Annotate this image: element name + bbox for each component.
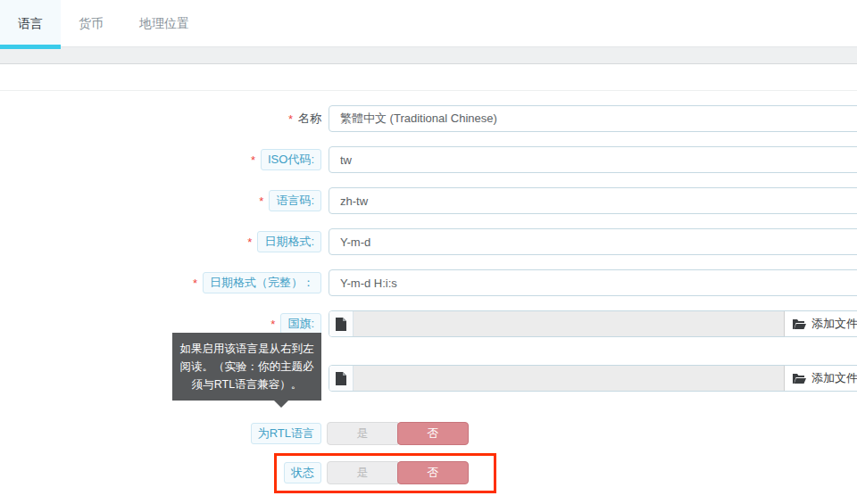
no-picture-file-input: 添加文件 — [329, 365, 857, 392]
name-label: 名称 — [298, 111, 321, 127]
flag-add-file-label: 添加文件 — [811, 316, 857, 332]
iso-code-input[interactable] — [329, 146, 857, 173]
active-tab-indicator — [0, 45, 61, 49]
form-row-iso-code: * ISO代码: — [0, 146, 857, 173]
tab-bar: 语言 货币 地理位置 — [0, 0, 857, 47]
is-rtl-yes-option[interactable]: 是 — [327, 422, 398, 445]
tab-currencies[interactable]: 货币 — [61, 0, 121, 46]
date-format-full-input[interactable] — [329, 269, 857, 296]
form-row-flag: * 国旗: 添加文件 — [0, 310, 857, 337]
status-no-option[interactable]: 否 — [397, 461, 469, 484]
rtl-tooltip: 如果启用该语言是从右到左阅读。（实验：你的主题必须与RTL语言兼容）。 — [172, 333, 321, 401]
flag-filename-area[interactable] — [354, 311, 784, 336]
no-picture-add-file-button[interactable]: 添加文件 — [784, 366, 857, 391]
tab-geolocation-label: 地理位置 — [139, 16, 189, 30]
iso-code-label[interactable]: ISO代码: — [261, 149, 321, 170]
tab-languages[interactable]: 语言 — [0, 0, 61, 46]
file-icon — [329, 311, 354, 336]
date-format-input[interactable] — [329, 228, 857, 255]
folder-open-icon — [792, 373, 806, 384]
tooltip-arrow-icon — [274, 401, 288, 408]
panel-divider — [0, 90, 857, 91]
tab-languages-label: 语言 — [18, 16, 43, 30]
form-row-date-format-full: * 日期格式（完整）： — [0, 269, 857, 296]
required-marker: * — [259, 195, 263, 207]
required-marker: * — [247, 236, 252, 248]
language-code-label-cell: * 语言码: — [0, 187, 321, 214]
form-row-no-picture: 添加文件 — [0, 365, 857, 392]
status-label-cell: 状态 — [0, 461, 321, 484]
flag-add-file-button[interactable]: 添加文件 — [784, 311, 857, 336]
status-yes-option[interactable]: 是 — [327, 461, 398, 484]
required-marker: * — [270, 318, 275, 330]
is-rtl-label[interactable]: 为RTL语言 — [251, 423, 321, 444]
file-icon — [329, 366, 354, 391]
required-marker: * — [251, 154, 255, 166]
form-row-status: 状态 是 否 — [0, 461, 857, 484]
is-rtl-switch: 是 否 — [327, 422, 469, 445]
status-label[interactable]: 状态 — [284, 462, 321, 483]
is-rtl-label-cell: 为RTL语言 — [0, 422, 321, 445]
form-row-name: * 名称 — [0, 105, 857, 132]
is-rtl-no-option[interactable]: 否 — [397, 422, 469, 445]
name-input[interactable] — [329, 105, 857, 132]
language-code-label[interactable]: 语言码: — [269, 190, 321, 211]
date-format-label[interactable]: 日期格式: — [257, 231, 321, 252]
tab-currencies-label: 货币 — [79, 16, 104, 30]
language-code-input[interactable] — [329, 187, 857, 214]
folder-open-icon — [792, 318, 806, 330]
required-marker: * — [288, 113, 293, 125]
name-label-cell: * 名称 — [0, 105, 321, 132]
tab-geolocation[interactable]: 地理位置 — [121, 0, 207, 46]
date-format-full-label[interactable]: 日期格式（完整）： — [203, 272, 321, 293]
flag-file-input: 添加文件 — [329, 310, 857, 337]
iso-code-label-cell: * ISO代码: — [0, 146, 321, 173]
no-picture-add-file-label: 添加文件 — [811, 370, 857, 386]
form-row-date-format: * 日期格式: — [0, 228, 857, 255]
no-picture-filename-area[interactable] — [354, 366, 784, 391]
required-marker: * — [193, 277, 197, 289]
form-row-is-rtl: 为RTL语言 是 否 — [0, 422, 857, 445]
status-switch: 是 否 — [327, 461, 469, 484]
date-format-full-label-cell: * 日期格式（完整）： — [0, 269, 321, 296]
date-format-label-cell: * 日期格式: — [0, 228, 321, 255]
toolbar-strip — [0, 47, 857, 64]
form-row-language-code: * 语言码: — [0, 187, 857, 214]
rtl-tooltip-text: 如果启用该语言是从右到左阅读。（实验：你的主题必须与RTL语言兼容）。 — [180, 343, 314, 391]
flag-label[interactable]: 国旗: — [280, 313, 321, 335]
